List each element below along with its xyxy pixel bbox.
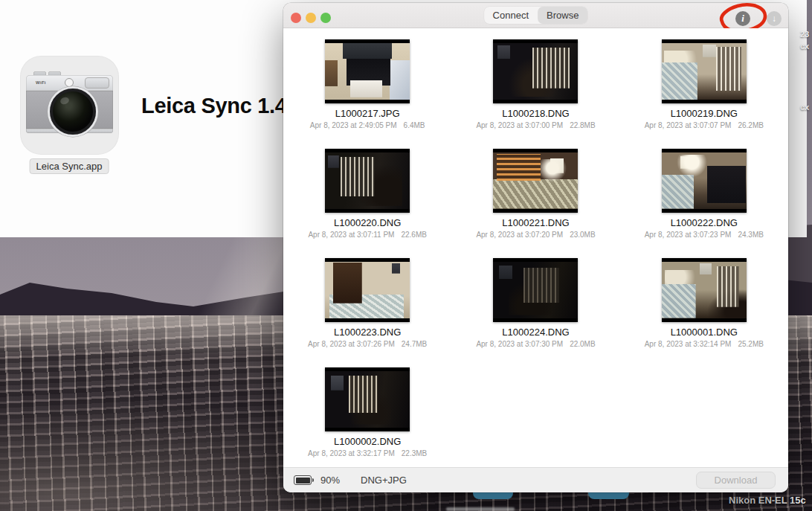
photo-date: Apr 8, 2023 at 3:32:14 PM: [645, 340, 732, 348]
photo-image: [325, 43, 410, 100]
photo-date: Apr 8, 2023 at 2:49:05 PM: [310, 121, 397, 129]
info-button[interactable]: i: [735, 11, 750, 26]
tab-browse[interactable]: Browse: [538, 7, 587, 24]
photo-date: Apr 8, 2023 at 3:07:11 PM: [308, 231, 394, 239]
photo-date: Apr 8, 2023 at 3:07:07 PM: [645, 121, 732, 129]
photo-date: Apr 8, 2023 at 3:07:23 PM: [645, 231, 732, 239]
photo-image: [325, 152, 410, 209]
photo-meta: Apr 8, 2023 at 3:07:23 PM 24.3MB: [645, 231, 764, 239]
battery-icon: [294, 475, 312, 485]
photo-size: 25.2MB: [738, 340, 763, 348]
photo-image: [493, 152, 578, 209]
photo-date: Apr 8, 2023 at 3:07:00 PM: [476, 121, 563, 129]
photo-date: Apr 8, 2023 at 3:07:26 PM: [308, 340, 395, 348]
photo-cell: L1000219.DNG Apr 8, 2023 at 3:07:07 PM 2…: [620, 39, 788, 149]
photo-filename: L1000219.DNG: [671, 108, 738, 119]
download-arrow-icon: ↓: [772, 13, 776, 24]
photo-image: [662, 43, 747, 100]
photo-thumbnail[interactable]: [493, 258, 578, 322]
photo-meta: Apr 8, 2023 at 3:07:07 PM 26.2MB: [645, 121, 764, 129]
mode-segmented-control: Connect Browse: [484, 7, 588, 24]
photo-meta: Apr 8, 2023 at 3:07:30 PM 22.0MB: [476, 340, 595, 348]
photo-image: [325, 371, 410, 428]
photo-size: 22.6MB: [401, 231, 426, 239]
desktop-icon-label-fragment: 23: [800, 30, 809, 39]
info-icon: i: [741, 13, 744, 25]
photo-cell: L1000220.DNG Apr 8, 2023 at 3:07:11 PM 2…: [283, 149, 451, 258]
leica-sync-app-icon[interactable]: WiFi: [20, 56, 119, 155]
camera-wifi-label: WiFi: [36, 80, 46, 85]
zoom-button[interactable]: [320, 13, 331, 23]
photo-size: 22.8MB: [570, 121, 595, 129]
desktop-icon-label-fragment: cx: [800, 103, 809, 112]
photo-filename: L1000223.DNG: [334, 327, 401, 338]
photo-cell: L1000217.JPG Apr 8, 2023 at 2:49:05 PM 6…: [283, 39, 451, 149]
photo-thumbnail[interactable]: [662, 258, 747, 322]
photo-size: 26.2MB: [738, 121, 763, 129]
photo-thumbnail[interactable]: [662, 149, 747, 213]
battery-percent: 90%: [320, 475, 340, 486]
photo-thumbnail[interactable]: [493, 39, 578, 103]
camera-viewfinder: [65, 78, 74, 87]
photo-thumbnail[interactable]: [493, 149, 578, 213]
photo-image: [662, 262, 747, 318]
photo-size: 23.0MB: [570, 231, 595, 239]
browse-content: L1000217.JPG Apr 8, 2023 at 2:49:05 PM 6…: [283, 28, 788, 467]
app-version-title: Leica Sync 1.4: [141, 94, 287, 118]
camera-icon: WiFi: [26, 75, 113, 133]
photo-size: 6.4MB: [404, 121, 425, 129]
photo-image: [662, 152, 747, 209]
photo-filename: L1000222.DNG: [671, 217, 738, 228]
status-bar: 90% DNG+JPG Download: [283, 467, 788, 492]
photo-date: Apr 8, 2023 at 3:32:17 PM: [308, 449, 395, 457]
photo-cell: L1000223.DNG Apr 8, 2023 at 3:07:26 PM 2…: [283, 258, 451, 367]
photo-meta: Apr 8, 2023 at 3:07:11 PM 22.6MB: [308, 231, 426, 239]
photo-meta: Apr 8, 2023 at 3:32:17 PM 22.3MB: [308, 449, 427, 457]
photo-thumbnail[interactable]: [325, 367, 410, 431]
photo-thumbnail[interactable]: [662, 39, 747, 103]
photo-cell: L1000222.DNG Apr 8, 2023 at 3:07:23 PM 2…: [620, 149, 788, 258]
file-format-label: DNG+JPG: [361, 475, 407, 486]
photo-image: [493, 43, 578, 100]
photo-cell: L1000224.DNG Apr 8, 2023 at 3:07:30 PM 2…: [451, 258, 619, 367]
photo-meta: Apr 8, 2023 at 3:07:20 PM 23.0MB: [476, 231, 595, 239]
photo-filename: L1000002.DNG: [334, 436, 401, 447]
minimize-button[interactable]: [306, 13, 316, 23]
photo-image: [493, 262, 578, 318]
photo-filename: L1000217.JPG: [335, 108, 400, 119]
close-button[interactable]: [291, 13, 301, 23]
camera-lens: [50, 89, 96, 135]
background-caption: Nikon EN-EL 15c: [729, 495, 806, 506]
photo-date: Apr 8, 2023 at 3:07:30 PM: [476, 340, 563, 348]
leica-sync-window: Connect Browse i ↓ L1000217.JPG Apr 8, 2…: [283, 3, 788, 492]
photo-size: 24.7MB: [402, 340, 427, 348]
download-button[interactable]: Download: [696, 472, 776, 489]
photo-cell: L1000002.DNG Apr 8, 2023 at 3:32:17 PM 2…: [283, 367, 451, 467]
photo-date: Apr 8, 2023 at 3:07:20 PM: [476, 231, 563, 239]
photo-thumbnail[interactable]: [325, 149, 410, 213]
photo-filename: L1000218.DNG: [502, 108, 569, 119]
photo-filename: L1000224.DNG: [502, 327, 569, 338]
photo-thumbnail[interactable]: [325, 258, 410, 322]
download-toolbar-button[interactable]: ↓: [767, 11, 782, 26]
titlebar[interactable]: Connect Browse i ↓: [283, 3, 788, 28]
photo-size: 22.3MB: [402, 449, 427, 457]
photo-meta: Apr 8, 2023 at 3:07:26 PM 24.7MB: [308, 340, 427, 348]
photo-size: 22.0MB: [570, 340, 595, 348]
photo-thumbnail[interactable]: [325, 39, 410, 103]
photo-meta: Apr 8, 2023 at 2:49:05 PM 6.4MB: [310, 121, 425, 129]
camera-flash-window: [85, 77, 109, 89]
photo-cell: L1000218.DNG Apr 8, 2023 at 3:07:00 PM 2…: [451, 39, 619, 149]
photo-meta: Apr 8, 2023 at 3:07:00 PM 22.8MB: [476, 121, 595, 129]
photo-cell: L1000001.DNG Apr 8, 2023 at 3:32:14 PM 2…: [620, 258, 788, 367]
photo-size: 24.3MB: [738, 231, 763, 239]
app-filename-label[interactable]: Leica Sync.app: [30, 158, 109, 174]
tab-connect[interactable]: Connect: [484, 7, 538, 24]
desktop-icon-label-fragment: cx: [800, 42, 809, 51]
photo-grid: L1000217.JPG Apr 8, 2023 at 2:49:05 PM 6…: [283, 28, 788, 467]
photo-cell: L1000221.DNG Apr 8, 2023 at 3:07:20 PM 2…: [451, 149, 619, 258]
photo-image: [325, 262, 410, 318]
photo-meta: Apr 8, 2023 at 3:32:14 PM 25.2MB: [645, 340, 764, 348]
photo-filename: L1000001.DNG: [671, 327, 738, 338]
photo-filename: L1000220.DNG: [334, 217, 401, 228]
